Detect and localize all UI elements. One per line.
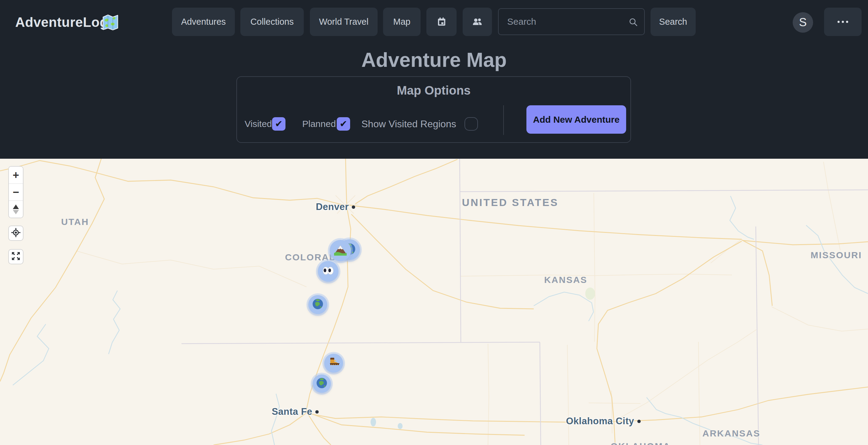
nav-collections-button[interactable]: Collections — [240, 8, 304, 36]
more-menu-button[interactable] — [824, 8, 862, 36]
visited-label: Visited — [245, 117, 272, 130]
check-icon: ✔ — [339, 119, 347, 128]
add-new-adventure-button[interactable]: Add New Adventure — [526, 105, 626, 134]
city-label-denver: Denver — [316, 202, 355, 212]
city-label-santa-fe: Santa Fe — [272, 406, 319, 417]
city-dot — [352, 205, 355, 209]
users-icon — [472, 17, 483, 27]
hiking-boot-icon — [328, 356, 340, 370]
mountain-icon — [333, 243, 347, 258]
search-button[interactable]: Search — [651, 8, 696, 36]
check-icon: ✔ — [275, 119, 282, 128]
zoom-out-button[interactable]: − — [9, 183, 23, 201]
calendar-button[interactable] — [426, 8, 457, 36]
geolocate-button[interactable] — [8, 226, 24, 241]
plus-icon: + — [12, 170, 19, 181]
planned-label: Planned — [302, 117, 336, 130]
map-options-title: Map Options — [237, 84, 630, 97]
eyes-icon — [321, 264, 335, 279]
show-visited-regions-checkbox[interactable] — [465, 117, 478, 130]
state-label-missouri: MISSOURI — [811, 250, 862, 260]
search-input[interactable] — [499, 9, 644, 34]
state-label-utah: UTAH — [61, 217, 89, 227]
marker-mountain[interactable] — [330, 240, 351, 261]
calendar-icon — [436, 17, 447, 27]
search-icon — [628, 17, 639, 29]
map-emoji-logo-icon — [101, 13, 120, 32]
map-zoom-controls: + − — [8, 166, 24, 218]
marker-globe-1[interactable] — [308, 295, 327, 314]
zoom-in-button[interactable]: + — [9, 167, 23, 183]
country-label-united-states: UNITED STATES — [462, 197, 558, 208]
search-field — [498, 8, 645, 35]
state-label-kansas: KANSAS — [544, 275, 587, 285]
compass-down-icon — [13, 210, 19, 214]
minus-icon: − — [12, 187, 19, 198]
marker-eyes[interactable] — [318, 261, 339, 282]
state-label-arkansas: ARKANSAS — [703, 428, 760, 439]
city-label-oklahoma-city: Oklahoma City — [566, 416, 641, 427]
show-visited-regions-label: Show Visited Regions — [362, 117, 456, 130]
state-label-oklahoma: OKLAHOMA — [611, 441, 671, 445]
map-canvas[interactable]: UTAH COLORADO UNITED STATES KANSAS MISSO… — [0, 159, 868, 445]
marker-globe-2[interactable] — [313, 375, 331, 393]
nav-adventures-button[interactable]: Adventures — [172, 8, 235, 36]
geolocate-icon — [11, 227, 21, 239]
planned-checkbox[interactable]: ✔ — [337, 117, 350, 130]
page-title: Adventure Map — [0, 48, 868, 71]
nav-world-travel-button[interactable]: World Travel — [310, 8, 378, 36]
avatar[interactable]: S — [793, 12, 813, 33]
fullscreen-icon — [11, 251, 21, 263]
compass-up-icon — [13, 205, 19, 209]
map-roads-layer — [0, 159, 868, 445]
adventurelog-app: AdventureLog Adventures Collections Worl… — [0, 0, 868, 445]
globe-icon — [312, 298, 324, 311]
ellipsis-icon — [837, 21, 840, 23]
compass-pitch-button[interactable] — [9, 201, 23, 218]
users-button[interactable] — [463, 8, 492, 36]
options-divider — [503, 105, 504, 135]
map-options-card: Map Options Visited ✔ Planned ✔ Show Vis… — [236, 76, 631, 143]
fullscreen-button[interactable] — [8, 249, 24, 264]
brand-title[interactable]: AdventureLog — [15, 14, 108, 30]
visited-checkbox[interactable]: ✔ — [272, 117, 285, 130]
marker-boot[interactable] — [324, 354, 343, 373]
globe-icon — [316, 377, 328, 390]
city-dot — [315, 410, 319, 414]
city-dot — [637, 420, 641, 423]
nav-map-button[interactable]: Map — [383, 8, 421, 36]
